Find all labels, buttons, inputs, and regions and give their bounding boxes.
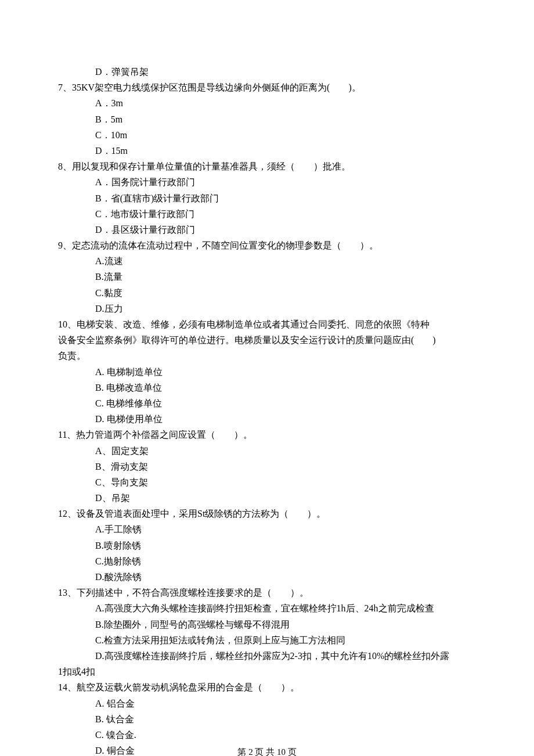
q6-option-d: D．弹簧吊架 (58, 64, 476, 80)
q8-stem: 8、用以复现和保存计量单位量值的计量基准器具，须经（ ）批准。 (58, 159, 476, 174)
q10-stem-line1: 10、电梯安装、改造、维修，必须有电梯制造单位或者其通过合同委托、同意的依照《特… (58, 316, 476, 332)
q9-stem: 9、定态流动的流体在流动过程中，不随空间位置变化的物理参数是（ ）。 (58, 237, 476, 253)
q14-stem: 14、航空及运载火箭发动机涡轮盘采用的合金是（ ）。 (58, 679, 476, 695)
q7-option-a: A．3m (58, 95, 476, 111)
q12-option-b: B.喷射除锈 (58, 538, 476, 553)
q9-option-a: A.流速 (58, 253, 476, 269)
q7-option-c: C．10m (58, 127, 476, 143)
q10-option-c: C. 电梯维修单位 (58, 395, 476, 411)
q11-option-d: D、吊架 (58, 490, 476, 506)
q7-option-b: B．5m (58, 111, 476, 127)
q12-stem: 12、设备及管道表面处理中，采用St级除锈的方法称为（ ）。 (58, 506, 476, 521)
document-page: D．弹簧吊架 7、35KV架空电力线缆保护区范围是导线边缘向外侧延伸的距离为( … (0, 0, 534, 756)
q10-stem-line2: 设备安全监察条例》取得许可的单位进行。电梯质量以及安全运行设计的质量问题应由( … (58, 332, 476, 348)
q9-option-d: D.压力 (58, 301, 476, 316)
q10-option-b: B. 电梯改造单位 (58, 380, 476, 395)
q8-option-c: C．地市级计量行政部门 (58, 206, 476, 222)
q14-option-a: A. 铝合金 (58, 696, 476, 711)
q11-option-a: A、固定支架 (58, 443, 476, 459)
q11-option-b: B、滑动支架 (58, 459, 476, 474)
q9-option-b: B.流量 (58, 269, 476, 285)
q12-option-d: D.酸洗除锈 (58, 569, 476, 585)
q7-stem: 7、35KV架空电力线缆保护区范围是导线边缘向外侧延伸的距离为( )。 (58, 80, 476, 95)
q9-option-c: C.黏度 (58, 285, 476, 301)
q7-option-d: D．15m (58, 143, 476, 159)
q10-option-a: A. 电梯制造单位 (58, 364, 476, 380)
q14-option-b: B. 钛合金 (58, 711, 476, 727)
q13-stem: 13、下列描述中，不符合高强度螺栓连接要求的是（ ）。 (58, 585, 476, 600)
q14-option-c: C. 镍合金. (58, 727, 476, 743)
q13-option-a: A.高强度大六角头螺栓连接副终拧扭矩检查，宜在螺栓终拧1h后、24h之前完成检查 (58, 600, 476, 616)
q13-option-d-line2: 1扣或4扣 (58, 664, 476, 679)
q8-option-a: A．国务院计量行政部门 (58, 174, 476, 190)
q13-option-b: B.除垫圈外，同型号的高强螺栓与螺母不得混用 (58, 617, 476, 632)
q12-option-c: C.抛射除锈 (58, 553, 476, 569)
q8-option-b: B．省(直辖市)级计量行政部门 (58, 190, 476, 206)
q13-option-c: C.检查方法采用扭矩法或转角法，但原则上应与施工方法相同 (58, 632, 476, 648)
page-footer: 第 2 页 共 10 页 (0, 745, 534, 756)
q8-option-d: D．县区级计量行政部门 (58, 222, 476, 237)
q13-option-d-line1: D.高强度螺栓连接副终拧后，螺栓丝扣外露应为2-3扣，其中允许有10%的螺栓丝扣… (58, 648, 476, 664)
q10-option-d: D. 电梯使用单位 (58, 411, 476, 427)
q10-stem-line3: 负责。 (58, 348, 476, 363)
q11-option-c: C、导向支架 (58, 474, 476, 490)
q12-option-a: A.手工除锈 (58, 521, 476, 537)
q11-stem: 11、热力管道两个补偿器之间应设置（ ）。 (58, 427, 476, 442)
